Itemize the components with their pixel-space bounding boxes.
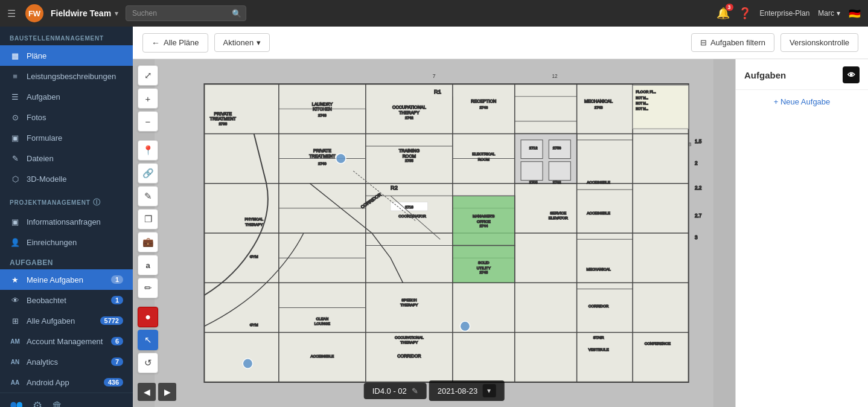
star-icon: ★ (10, 274, 21, 285)
svg-text:2718: 2718 (405, 205, 413, 209)
svg-text:SERVICE: SERVICE (550, 211, 566, 215)
plan-type-label: Enterprise-Plan (760, 9, 810, 18)
text-tool-button[interactable]: a (138, 255, 158, 275)
plan-canvas[interactable]: PRIVATE TREATMENT LAUNDRY KITCHEN PRIVAT… (133, 59, 735, 407)
sidebar-item-einreichungen[interactable]: 👤 Einreichungen (0, 232, 133, 252)
help-button[interactable]: ❓ (738, 7, 752, 20)
sidebar-item-meine-aufgaben[interactable]: ★ Meine Aufgaben 1 (0, 269, 133, 290)
svg-text:2740: 2740 (318, 161, 327, 165)
briefcase-tool-button[interactable]: 💼 (138, 232, 158, 252)
settings-icon[interactable]: ⚙ (33, 399, 42, 407)
arrow-left-icon: ← (152, 38, 160, 48)
sidebar-item-beobachtet[interactable]: 👁 Beobachtet 1 (0, 290, 133, 310)
info-icon: ▣ (10, 216, 21, 227)
sidebar-item-plaene[interactable]: ▦ Pläne (0, 45, 133, 66)
copy-tool-button[interactable]: ❐ (138, 209, 158, 229)
top-nav-right: 🔔 3 ❓ Enterprise-Plan Marc ▾ 🇩🇪 (716, 7, 861, 20)
version-button[interactable]: Versionskontrolle (780, 33, 858, 52)
sidebar-item-3d-modelle[interactable]: ⬡ 3D-Modelle (0, 168, 133, 189)
next-plan-button[interactable]: ▶ (158, 383, 176, 401)
main-layout: BAUSTELLENMANAGEMENT ▦ Pläne ≡ Leistungs… (0, 27, 868, 407)
new-task-button[interactable]: + Neue Aufgabe (736, 90, 868, 114)
eraser-tool-button[interactable]: ✏ (138, 278, 158, 298)
sidebar-item-label: Pläne (27, 51, 123, 60)
svg-text:MECHANICAL: MECHANICAL (584, 98, 613, 104)
zoom-in-tool-button[interactable]: + (138, 88, 158, 109)
floor-plan-svg: PRIVATE TREATMENT LAUNDRY KITCHEN PRIVAT… (133, 59, 735, 407)
sidebar-item-dateien[interactable]: ✎ Dateien (0, 148, 133, 168)
sidebar-item-formulare[interactable]: ▣ Formulare (0, 127, 133, 148)
sidebar-item-leistungsbeschreibungen[interactable]: ≡ Leistungsbeschreibungen (0, 66, 133, 86)
svg-text:ELEVATOR: ELEVATOR (549, 216, 568, 220)
einreich-icon: 👤 (10, 237, 21, 248)
svg-text:SPEECH: SPEECH (401, 298, 416, 302)
pin-tool-button[interactable]: 📍 (138, 140, 158, 161)
aufgaben-section-header: Aufgaben (0, 252, 133, 269)
plans-icon: ▦ (10, 50, 21, 61)
user-menu[interactable]: Marc ▾ (818, 9, 840, 18)
record-tool-button[interactable]: ● (138, 307, 158, 327)
notification-button[interactable]: 🔔 3 (716, 7, 730, 20)
svg-text:UTILITY: UTILITY (477, 266, 491, 270)
fullscreen-tool-button[interactable]: ⤢ (138, 65, 158, 86)
sidebar-item-label: Analytics (27, 357, 105, 367)
plan-date-dropdown-button[interactable]: ▾ (482, 384, 496, 397)
visibility-toggle-button[interactable]: 👁 (843, 66, 860, 83)
search-container: 🔍 (126, 5, 246, 21)
eye-icon: 👁 (847, 71, 855, 80)
android-badge: 436 (104, 378, 123, 386)
svg-text:2743: 2743 (595, 105, 603, 109)
svg-text:TREATMENT: TREATMENT (210, 116, 237, 121)
actions-button[interactable]: Aktionen ▾ (214, 33, 270, 52)
sidebar-item-label: Formulare (27, 133, 123, 143)
svg-text:2.7: 2.7 (695, 213, 702, 219)
sidebar-item-label: Leistungsbeschreibungen (27, 72, 123, 81)
account-badge: 6 (111, 337, 123, 345)
formulare-icon: ▣ (10, 132, 21, 143)
hamburger-icon[interactable]: ☰ (7, 8, 16, 19)
trash-icon[interactable]: 🗑 (52, 400, 63, 408)
prev-plan-button[interactable]: ◀ (138, 383, 156, 401)
sidebar-item-label: Einreichungen (27, 238, 123, 247)
edit-plan-id-button[interactable]: ✎ (412, 386, 418, 396)
team-icon[interactable]: 👥 (10, 399, 23, 407)
svg-text:FLOOR FI...: FLOOR FI... (636, 89, 656, 94)
dateien-icon: ✎ (10, 153, 21, 164)
team-name[interactable]: Fieldwire Team ▾ (51, 8, 118, 18)
eye-icon: 👁 (10, 295, 21, 306)
cursor-tool-button[interactable]: ↖ (138, 330, 158, 350)
svg-text:CORRIDOR: CORRIDOR (397, 353, 421, 359)
projektmanagement-help-icon[interactable]: ⓘ (93, 197, 101, 208)
pencil-tool-button[interactable]: ✎ (138, 186, 158, 207)
link-tool-button[interactable]: 🔗 (138, 163, 158, 184)
filter-button[interactable]: ⊟ Aufgaben filtern (691, 33, 774, 52)
sidebar-item-analytics[interactable]: AN Analytics 7 (0, 351, 133, 372)
search-input[interactable] (126, 5, 246, 21)
chevron-down-icon: ▾ (115, 10, 118, 18)
notification-badge: 3 (726, 4, 733, 11)
sidebar-item-informationsanfragen[interactable]: ▣ Informationsanfragen (0, 211, 133, 232)
back-button[interactable]: ← Alle Pläne (142, 33, 208, 53)
svg-text:2746: 2746 (479, 105, 488, 109)
chevron-down-icon: ▾ (837, 9, 840, 18)
svg-text:KITCHEN: KITCHEN (313, 106, 332, 112)
sidebar-item-aufgaben[interactable]: ☰ Aufgaben (0, 86, 133, 107)
svg-text:ACCESSIBLE: ACCESSIBLE (587, 180, 610, 184)
svg-text:VESTIBULE: VESTIBULE (589, 347, 609, 351)
plan-id-badge: ID4.0 - 02 ✎ (364, 383, 427, 399)
language-flag[interactable]: 🇩🇪 (849, 8, 861, 19)
right-panel-header: Aufgaben 👁 (736, 59, 868, 90)
sidebar-item-fotos[interactable]: ⊙ Fotos (0, 107, 133, 127)
svg-text:CLEAN: CLEAN (316, 316, 329, 321)
svg-text:ELECTRICAL: ELECTRICAL (472, 152, 496, 156)
svg-text:STAIR: STAIR (593, 335, 604, 339)
sidebar-item-alle-aufgaben[interactable]: ⊞ Alle Aufgaben 5772 (0, 310, 133, 331)
sidebar-item-android-app[interactable]: AA Android App 436 (0, 372, 133, 393)
undo-tool-button[interactable]: ↺ (138, 353, 158, 373)
search-icon[interactable]: 🔍 (232, 9, 241, 18)
svg-text:1.5: 1.5 (695, 139, 702, 144)
toolbar: ← Alle Pläne Aktionen ▾ ⊟ Aufgaben filte… (133, 27, 868, 59)
zoom-out-tool-button[interactable]: − (138, 111, 158, 132)
svg-text:COORDINATOR: COORDINATOR (398, 214, 426, 218)
sidebar-item-account-management[interactable]: AM Account Management 6 (0, 331, 133, 351)
